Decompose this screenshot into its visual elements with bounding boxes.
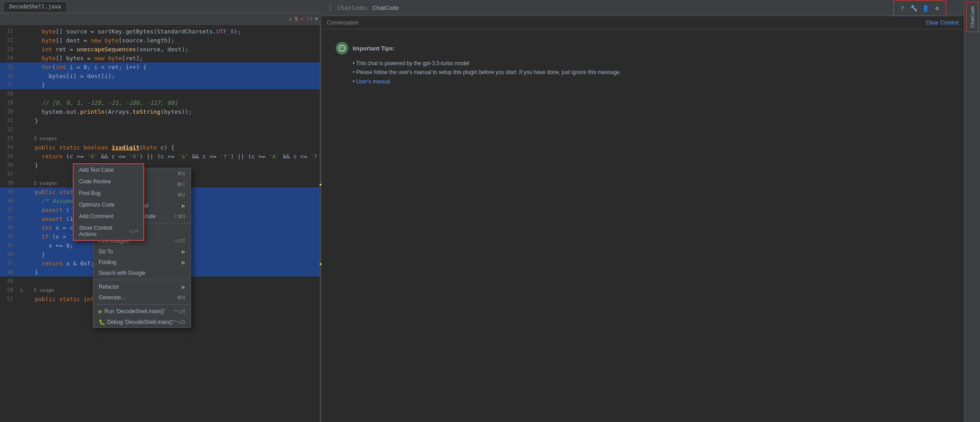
conversation-label: Conversation: [327, 20, 359, 26]
ai-optimize-code[interactable]: Optimize Code: [74, 199, 143, 211]
code-line: 32: [0, 125, 321, 134]
menu-run[interactable]: ▶ Run 'DecodeShell.main()' ^⌥R: [93, 306, 191, 317]
chat-panel: ⋮ ChatCode: ChatCode ? 🔧 👤 ⚙ Conversatio…: [321, 0, 980, 422]
tips-content: This chat is powered by the gpt-3.5-turb…: [336, 59, 950, 86]
toolbar-chevron: ▼: [315, 16, 318, 22]
tips-title: Important Tips:: [353, 45, 395, 52]
chatcode-sidebar-panel[interactable]: ChatCode: [966, 2, 979, 32]
menu-separator: [93, 304, 191, 305]
code-line: 33 3 usages: [0, 134, 321, 143]
tip-line-3: User's manual: [353, 77, 950, 86]
tips-header: Important Tips:: [336, 42, 950, 54]
ai-code-review[interactable]: Code Review: [74, 176, 143, 187]
editor-tab-bar: DecodeShell.java: [0, 0, 321, 13]
editor-panel: DecodeShell.java ⚠ 5 ⊗ 14 ▼ 21 byte[] so…: [0, 0, 321, 422]
tips-box: Important Tips: This chat is powered by …: [329, 37, 957, 91]
code-line: 25 for(int i = 0; i < ret; i++) {: [0, 62, 321, 71]
chat-header-label: ChatCode:: [338, 4, 369, 11]
code-line: 28: [0, 89, 321, 98]
dots-icon: ⋮: [327, 4, 334, 12]
tip-line-1: This chat is powered by the gpt-3.5-turb…: [353, 59, 950, 68]
menu-go-to[interactable]: Go To ▶: [93, 246, 191, 257]
settings-button[interactable]: ⚙: [932, 3, 942, 13]
tips-icon: [336, 42, 348, 54]
code-line: 35 return (c >= '0' && c <= '9') || (c >…: [0, 152, 321, 161]
editor-toolbar: ⚠ 5 ⊗ 14 ▼: [0, 13, 321, 25]
editor-tab[interactable]: DecodeShell.java: [4, 1, 67, 12]
code-line: 22 byte[] dest = new byte[source.length]…: [0, 36, 321, 45]
warning-indicator: [320, 184, 321, 186]
top-right-toolbar: ? 🔧 👤 ⚙: [893, 0, 946, 16]
right-sidebar: ChatCode: [964, 0, 980, 422]
ai-find-bug[interactable]: Find Bug: [74, 187, 143, 199]
error-badge: ⊗ 14: [300, 16, 313, 22]
menu-search-google[interactable]: Search with Google: [93, 268, 191, 278]
code-line: 23 int ret = unescapeSequences(source, d…: [0, 45, 321, 54]
tip-line-2: Please follow the user's manual to setup…: [353, 68, 950, 77]
menu-separator: [93, 280, 191, 280]
code-line: 29 // [0, 0, 1, -128, -21, -106, -117, 8…: [0, 98, 321, 107]
code-area[interactable]: 21 byte[] source = sortKey.getBytes(Stan…: [0, 25, 321, 422]
chat-main: ⋮ ChatCode: ChatCode ? 🔧 👤 ⚙ Conversatio…: [321, 0, 964, 422]
help-button[interactable]: ?: [897, 3, 907, 13]
code-line: 24 byte[] bytes = new byte[ret];: [0, 54, 321, 62]
clear-context-button[interactable]: Clear Context: [926, 20, 959, 26]
user-button[interactable]: 👤: [921, 3, 930, 13]
wrench-button[interactable]: 🔧: [909, 3, 919, 13]
code-line: 30 System.out.println(Arrays.toString(by…: [0, 107, 321, 116]
menu-refactor[interactable]: Refactor ▶: [93, 281, 191, 292]
code-line: 27 }: [0, 80, 321, 89]
warning-badge: ⚠ 5: [289, 16, 298, 22]
menu-folding[interactable]: Folding ▶: [93, 257, 191, 268]
ai-add-comment[interactable]: Add Comment: [74, 211, 143, 222]
code-line: 34 public static boolean isxdigit(byte c…: [0, 143, 321, 152]
chat-header-title: ChatCode: [372, 4, 399, 11]
chat-body[interactable]: Important Tips: This chat is powered by …: [321, 29, 964, 422]
chat-top-bar: Conversation Clear Context: [321, 16, 964, 29]
chatcode-vertical-label: ChatCode: [970, 2, 975, 32]
scrollbar-gutter: [320, 25, 321, 422]
chat-header: ⋮ ChatCode: ChatCode ? 🔧 👤 ⚙: [321, 0, 964, 16]
code-line: 31 }: [0, 116, 321, 125]
code-line: 21 byte[] source = sortKey.getBytes(Stan…: [0, 27, 321, 36]
code-line: 26 bytes[i] = dest[i];: [0, 71, 321, 80]
ai-show-context-actions[interactable]: Show Context Actions ⌥⏎: [74, 222, 143, 240]
users-manual-link[interactable]: User's manual: [356, 79, 390, 85]
warning-indicator-2: [320, 263, 321, 265]
ai-submenu: Add Test Case Code Review Find Bug Optim…: [73, 163, 144, 241]
ai-add-test-case[interactable]: Add Test Case: [74, 164, 143, 176]
menu-generate[interactable]: Generate... ⌘N: [93, 292, 191, 303]
menu-debug[interactable]: 🐛 Debug 'DecodeShell.main()' ^⌥D: [93, 317, 191, 327]
